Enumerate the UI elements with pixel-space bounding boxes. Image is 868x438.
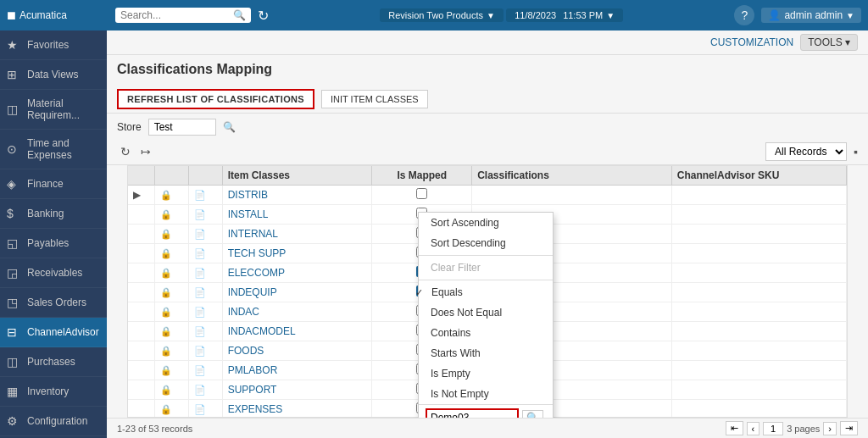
datetime-info[interactable]: 11/8/2023 11:53 PM ▼	[506, 8, 623, 22]
datetime-chevron-icon[interactable]: ▼	[606, 11, 615, 20]
dropdown-sort-desc[interactable]: Sort Descending	[419, 233, 553, 253]
row-expand[interactable]	[128, 283, 155, 302]
row-icon2: 📄	[188, 302, 222, 322]
sidebar-item-finance[interactable]: ◈ Finance	[0, 169, 107, 199]
tools-button[interactable]: TOOLS ▾	[800, 34, 858, 51]
col-item-class-header[interactable]: Item Classes	[222, 166, 372, 186]
filter-icon[interactable]: ▪	[854, 145, 858, 158]
fit-icon[interactable]: ↦	[137, 143, 154, 160]
dropdown-clear-filter[interactable]: Clear Filter	[419, 258, 553, 278]
refresh-classifications-button[interactable]: REFRESH LIST OF CLASSIFICATIONS	[117, 89, 314, 109]
is-mapped-checkbox[interactable]	[416, 188, 427, 199]
pagination: ⇤ ‹ 3 pages › ⇥	[726, 421, 859, 435]
revision-chevron-icon[interactable]: ▼	[487, 11, 495, 20]
sidebar-item-time-expenses[interactable]: ⊙ Time and Expenses	[0, 130, 107, 169]
row-expand[interactable]	[128, 244, 155, 263]
search-box[interactable]: 🔍	[115, 8, 251, 23]
inventory-icon: ▦	[7, 385, 20, 398]
row-icon2: 📄	[188, 341, 222, 361]
row-item-class[interactable]: INDACMODEL	[222, 322, 372, 341]
row-item-class[interactable]: TECH SUPP	[222, 244, 372, 263]
row-item-class[interactable]: INSTALL	[222, 205, 372, 225]
sidebar-label-favorites: Favorites	[27, 39, 69, 51]
reload-icon[interactable]: ↻	[117, 143, 134, 160]
sidebar-item-material-req[interactable]: ◫ Material Requirem...	[0, 90, 107, 130]
col-is-mapped-header[interactable]: Is Mapped	[372, 166, 472, 186]
admin-button[interactable]: 👤 admin admin ▼	[761, 8, 861, 23]
row-icon2: 📄	[188, 400, 222, 419]
row-is-mapped[interactable]	[372, 186, 472, 205]
dropdown-divider-2	[419, 280, 553, 280]
search-input[interactable]	[120, 9, 230, 21]
revision-info[interactable]: Revision Two Products ▼	[380, 8, 504, 22]
row-item-class[interactable]: FOODS	[222, 341, 372, 361]
store-input[interactable]	[148, 119, 216, 136]
row-item-class[interactable]: SUPPORT	[222, 380, 372, 400]
help-icon[interactable]: ?	[734, 5, 754, 25]
sidebar-item-channel-advisor[interactable]: ⊟ ChannelAdvisor	[0, 318, 107, 347]
dropdown-is-empty[interactable]: Is Empty	[419, 363, 553, 384]
sidebar-item-banking[interactable]: $ Banking	[0, 199, 107, 229]
sidebar-label-banking: Banking	[27, 208, 64, 219]
sidebar-label-purchases: Purchases	[27, 356, 75, 368]
row-sku	[671, 205, 846, 225]
row-item-class[interactable]: INTERNAL	[222, 225, 372, 244]
row-sku	[671, 361, 846, 380]
dropdown-not-equal[interactable]: Does Not Equal	[419, 302, 553, 323]
row-expand[interactable]	[128, 205, 155, 225]
row-expand[interactable]	[128, 380, 155, 400]
row-sku	[671, 186, 846, 205]
search-icon[interactable]: 🔍	[233, 9, 246, 21]
sales-icon: ◳	[7, 296, 20, 309]
dropdown-starts-with[interactable]: Starts With	[419, 343, 553, 363]
all-records-select[interactable]: All Records	[765, 142, 847, 161]
col-sku-header[interactable]: ChannelAdvisor SKU	[671, 166, 846, 186]
page-first-button[interactable]: ⇤	[726, 421, 743, 435]
row-item-class[interactable]: INDAC	[222, 302, 372, 322]
init-item-classes-button[interactable]: INIT ITEM CLASSES	[321, 90, 428, 108]
row-expand[interactable]	[128, 341, 155, 361]
row-item-class[interactable]: ELECCOMP	[222, 263, 372, 283]
row-classification	[472, 186, 672, 205]
store-search-icon[interactable]: 🔍	[223, 121, 236, 133]
row-expand[interactable]	[128, 263, 155, 283]
row-expand[interactable]	[128, 400, 155, 419]
filter-search-button[interactable]: 🔍	[522, 410, 543, 418]
channel-icon: ⊟	[7, 325, 20, 339]
page-last-button[interactable]: ⇥	[840, 421, 858, 435]
sidebar-item-purchases[interactable]: ◫ Purchases	[0, 347, 107, 377]
page-header: Classifications Mapping	[107, 55, 868, 86]
sidebar-item-receivables[interactable]: ◲ Receivables	[0, 258, 107, 288]
refresh-icon[interactable]: ↻	[258, 8, 269, 24]
row-expand[interactable]	[128, 302, 155, 322]
row-expand[interactable]	[128, 225, 155, 244]
col-classifications-header[interactable]: Classifications	[472, 166, 672, 186]
admin-chevron-icon[interactable]: ▼	[846, 11, 854, 20]
dropdown-sort-asc[interactable]: Sort Ascending	[419, 213, 553, 233]
page-prev-button[interactable]: ‹	[747, 422, 760, 435]
page-number-input[interactable]	[763, 422, 783, 435]
sidebar-item-inventory[interactable]: ▦ Inventory	[0, 377, 107, 407]
row-item-class[interactable]: DISTRIB	[222, 186, 372, 205]
row-icon2: 📄	[188, 283, 222, 302]
dropdown-contains[interactable]: Contains	[419, 323, 553, 343]
sidebar-item-favorites[interactable]: ★ Favorites	[0, 30, 107, 60]
sidebar-item-sales-orders[interactable]: ◳ Sales Orders	[0, 288, 107, 318]
row-item-class[interactable]: INDEQUIP	[222, 283, 372, 302]
row-item-class[interactable]: EXPENSES	[222, 400, 372, 419]
row-icon2: 📄	[188, 380, 222, 400]
row-item-class[interactable]: PMLABOR	[222, 361, 372, 380]
dropdown-is-not-empty[interactable]: Is Not Empty	[419, 384, 553, 404]
dropdown-equals[interactable]: Equals	[419, 282, 553, 302]
row-expand[interactable]	[128, 361, 155, 380]
customization-link[interactable]: CUSTOMIZATION	[710, 36, 793, 48]
sidebar-item-configuration[interactable]: ⚙ Configuration	[0, 407, 107, 436]
row-sku	[671, 341, 846, 361]
sidebar-item-data-views[interactable]: ⊞ Data Views	[0, 60, 107, 90]
row-expand[interactable]: ▶	[128, 186, 155, 205]
row-expand[interactable]	[128, 322, 155, 341]
page-next-button[interactable]: ›	[823, 422, 837, 435]
sidebar-item-payables[interactable]: ◱ Payables	[0, 229, 107, 258]
filter-text-input[interactable]	[426, 408, 519, 418]
sidebar-label-channel-advisor: ChannelAdvisor	[27, 326, 99, 338]
